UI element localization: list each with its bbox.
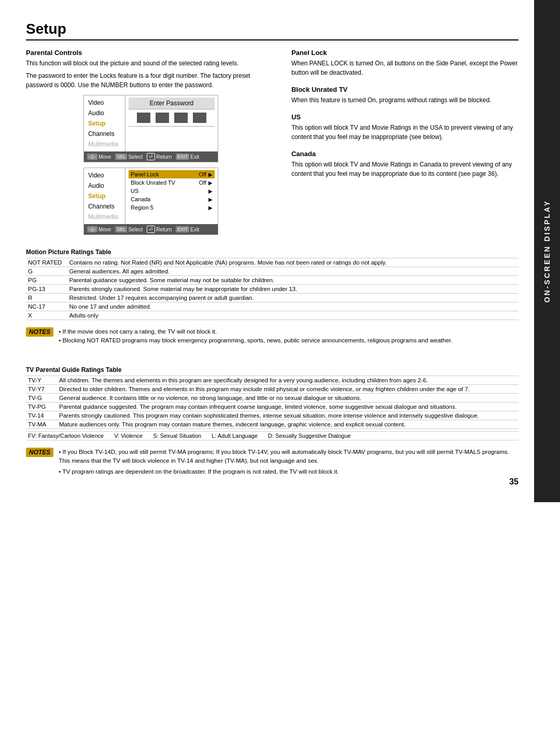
move2-label: Move [99, 227, 111, 232]
sel-icon: SEL [115, 154, 127, 160]
rating-cell: TV-G [26, 393, 57, 402]
region5-label: Region 5 [131, 204, 206, 211]
menu2-footer: ◁▷ Move SEL Select ⏎ Return EXIT Exit [84, 224, 218, 234]
description-cell: Parental guidance suggested. The program… [57, 402, 519, 411]
description-cell: Directed to older children. Themes and e… [57, 384, 519, 393]
table-row: NOT RATEDContains no rating. Not Rated (… [26, 258, 519, 267]
menu1-footer: ◁▷ Move SEL Select ⏎ Return EXIT Exit [84, 151, 218, 162]
rating-cell: NOT RATED [26, 258, 67, 267]
menu2-select: SEL Select [115, 226, 143, 232]
vertical-tab-label: ON-SCREEN DISPLAY [543, 200, 551, 302]
block-unrated-tv-title: Block Unrated TV [291, 86, 519, 93]
menu1-exit: EXIT Exit [176, 154, 199, 160]
menu1-video: Video [84, 98, 125, 108]
rating-cell: PG-13 [26, 285, 67, 294]
panel-lock-arrow: ▶ [208, 172, 213, 177]
us-section-title: US [291, 113, 519, 121]
fv-row: FV: Fantasy/Cartoon Violence V: Violence… [26, 431, 519, 440]
exit-label: Exit [190, 154, 199, 160]
menu2-multimedia: Multimedia [84, 212, 125, 222]
description-cell: No one 17 and under admitted. [67, 302, 519, 311]
menu2-panel-lock-row: Panel Lock Off ▶ [129, 170, 215, 178]
motion-picture-table: NOT RATEDContains no rating. Not Rated (… [26, 258, 519, 320]
notes2-box: NOTES • If you Block TV-14D, you will st… [26, 448, 519, 477]
fv-language: L: Adult Language [212, 433, 258, 439]
tv-parental-table: TV-YAll children. The themes and element… [26, 376, 519, 429]
tv-menu-parental: Video Audio Setup Channels Multimedia Pa… [83, 168, 218, 235]
menu1-setup: Setup [84, 118, 125, 129]
parental-controls-body2: The password to enter the Locks feature … [26, 71, 276, 90]
page-number: 35 [509, 477, 519, 487]
menu2-block-unrated-row: Block Unrated TV Off ▶ [129, 178, 215, 187]
canada-section-body: This option will block TV and Movie Rati… [291, 160, 519, 178]
table-row: GGeneral audiences. All ages admitted. [26, 267, 519, 276]
us-section-body: This option will block TV and Movie Rati… [291, 123, 519, 142]
note2-item2: • TV program ratings are dependent on th… [59, 467, 519, 476]
notes2-content: • If you Block TV-14D, you will still pe… [59, 448, 519, 477]
description-cell: Mature audiences only. This program may … [57, 420, 519, 428]
fv-suggestive: D: Sexually Suggestive Dialogue [268, 433, 351, 439]
tv-parental-title: TV Parental Guide Ratings Table [26, 366, 519, 374]
dot-4: * [193, 113, 206, 123]
menu2-channels: Channels [84, 201, 125, 212]
menu2-setup: Setup [84, 191, 125, 201]
tv-menu-password: Video Audio Setup Channels Multimedia En… [83, 95, 218, 162]
left-column: Parental Controls This function will blo… [26, 49, 276, 240]
menu2-region5-row: Region 5 ▶ [129, 203, 215, 212]
panel-lock-value: Off [199, 171, 206, 177]
motion-picture-title: Motion Picture Ratings Table [26, 248, 519, 256]
table-row: TV-Y7Directed to older children. Themes … [26, 384, 519, 393]
rating-cell: TV-Y [26, 376, 57, 384]
description-cell: General audiences. All ages admitted. [67, 267, 519, 276]
menu1-move: ◁▷ Move [87, 154, 111, 160]
rating-cell: G [26, 267, 67, 276]
table-row: TV-YAll children. The themes and element… [26, 376, 519, 384]
rating-cell: R [26, 294, 67, 302]
fv-sexual: S: Sexual Situation [153, 433, 201, 439]
notes1-content: • If the movie does not carry a rating, … [59, 327, 452, 345]
menu1-content: Enter Password * * * * [125, 95, 218, 151]
canada-arrow: ▶ [208, 197, 213, 202]
dot-1: * [137, 113, 150, 123]
region5-arrow: ▶ [208, 205, 213, 211]
table-row: PGParental guidance suggested. Some mate… [26, 276, 519, 285]
exit2-label: Exit [190, 227, 199, 232]
select2-label: Select [128, 227, 143, 232]
notes2-label: NOTES [26, 448, 53, 457]
parental-controls-body1: This function will block out the picture… [26, 59, 276, 68]
right-column: Panel Lock When PANEL LOCK is turned On,… [291, 49, 519, 240]
block-unrated-label: Block Unrated TV [131, 179, 199, 186]
return2-icon: ⏎ [147, 226, 155, 233]
table-row: XAdults only [26, 311, 519, 320]
rating-cell: X [26, 311, 67, 320]
menu1-multimedia: Multimedia [84, 139, 125, 149]
menu2-return: ⏎ Return [147, 226, 172, 233]
move-icon: ◁▷ [87, 154, 97, 160]
table-row: TV-GGeneral audience. It contains little… [26, 393, 519, 402]
fv-fantasy: FV: Fantasy/Cartoon Violence [28, 433, 104, 439]
motion-picture-section: Motion Picture Ratings Table NOT RATEDCo… [26, 248, 519, 320]
menu1-sidebar: Video Audio Setup Channels Multimedia [84, 95, 125, 151]
menu2-canada-row: Canada ▶ [129, 195, 215, 203]
note2-item1: • If you Block TV-14D, you will still pe… [59, 448, 519, 466]
rating-cell: NC-17 [26, 302, 67, 311]
menu1-channels: Channels [84, 129, 125, 139]
note1-item2: • Blocking NOT RATED programs may block … [59, 336, 452, 345]
menu2-exit: EXIT Exit [176, 226, 199, 232]
panel-lock-label: Panel Lock [131, 171, 199, 177]
dot-3: * [174, 113, 188, 123]
exit-icon: EXIT [176, 154, 189, 160]
sel2-icon: SEL [115, 226, 127, 232]
exit2-icon: EXIT [176, 226, 189, 232]
menu1-header: Enter Password [129, 98, 215, 109]
note1-item1: • If the movie does not carry a rating, … [59, 327, 452, 336]
description-cell: All children. The themes and elements in… [57, 376, 519, 384]
description-cell: Parents strongly cautioned. Some materia… [67, 285, 519, 294]
table-row: TV-14Parents strongly cautioned. This pr… [26, 411, 519, 420]
description-cell: Restricted. Under 17 requires accompanyi… [67, 294, 519, 302]
return-icon: ⏎ [147, 153, 155, 160]
dot-2: * [156, 113, 169, 123]
move2-icon: ◁▷ [87, 226, 97, 232]
select-label: Select [128, 154, 143, 160]
description-cell: General audience. It contains little or … [57, 393, 519, 402]
